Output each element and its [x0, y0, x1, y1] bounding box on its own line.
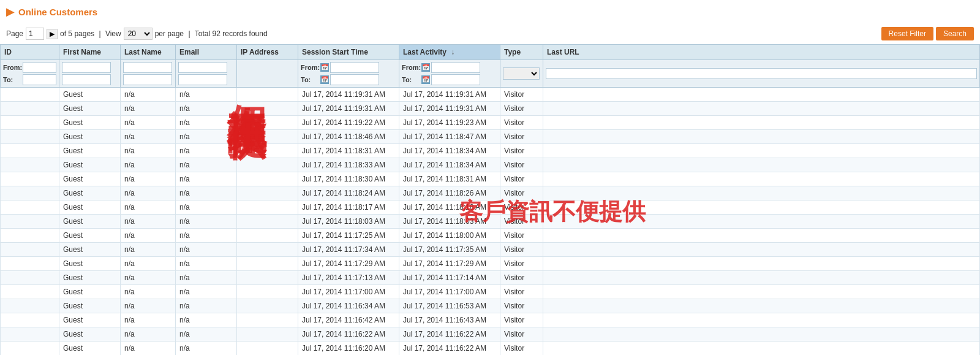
cell-email: n/a — [176, 215, 237, 229]
cell-activity: Jul 17, 2014 11:18:18 AM — [399, 200, 500, 215]
cell-type: Visitor — [500, 313, 543, 327]
reset-filter-button[interactable]: Reset Filter — [881, 27, 933, 40]
col-ip-address[interactable]: IP Address — [237, 45, 298, 60]
cell-session: Jul 17, 2014 11:17:00 AM — [298, 285, 399, 299]
column-headers: ID First Name Last Name Email IP Address… — [1, 45, 980, 60]
filter-session-to[interactable] — [330, 74, 379, 85]
to-label-id: To: — [3, 76, 21, 83]
cell-ip — [237, 229, 298, 243]
table-row: Guestn/an/aJul 17, 2014 11:16:20 AMJul 1… — [1, 342, 980, 356]
table-row: Guestn/an/aJul 17, 2014 11:18:33 AMJul 1… — [1, 158, 980, 172]
filter-last-name — [121, 60, 176, 88]
cell-session: Jul 17, 2014 11:19:31 AM — [298, 88, 399, 102]
cell-ip — [237, 257, 298, 271]
filter-first-from[interactable] — [62, 62, 111, 73]
cell-ip — [237, 88, 298, 102]
logo-icon: ▶ — [6, 5, 15, 18]
cell-first: Guest — [59, 243, 121, 257]
filter-last-from[interactable] — [123, 62, 172, 73]
cell-id — [1, 200, 59, 215]
cell-id — [1, 116, 59, 130]
toolbar: Page ▶ of 5 pages | View 20 50 100 per p… — [0, 23, 980, 44]
session-from-label: From: — [301, 64, 319, 71]
cell-ip — [237, 215, 298, 229]
cell-first: Guest — [59, 285, 121, 299]
cell-first: Guest — [59, 271, 121, 285]
cell-email: n/a — [176, 285, 237, 299]
cell-first: Guest — [59, 130, 121, 144]
activity-from-cal-icon[interactable]: 📅 — [421, 63, 430, 72]
col-email[interactable]: Email — [176, 45, 237, 60]
cell-ip — [237, 130, 298, 144]
per-page-label: per page — [155, 29, 184, 38]
activity-to-label: To: — [402, 76, 420, 83]
next-page-button[interactable]: ▶ — [47, 29, 58, 39]
cell-session: Jul 17, 2014 11:19:22 AM — [298, 116, 399, 130]
col-last-url[interactable]: Last URL — [543, 45, 980, 60]
col-type[interactable]: Type — [500, 45, 543, 60]
cell-activity: Jul 17, 2014 11:17:35 AM — [399, 243, 500, 257]
col-last-activity[interactable]: Last Activity ↓ — [399, 45, 500, 60]
table-row: Guestn/an/aJul 17, 2014 11:19:31 AMJul 1… — [1, 88, 980, 102]
filter-activity-to[interactable] — [431, 74, 480, 85]
cell-session: Jul 17, 2014 11:18:24 AM — [298, 186, 399, 200]
cell-email: n/a — [176, 200, 237, 215]
view-select[interactable]: 20 50 100 — [124, 28, 153, 40]
cell-activity: Jul 17, 2014 11:18:31 AM — [399, 172, 500, 186]
cell-last: n/a — [121, 285, 176, 299]
activity-to-cal-icon[interactable]: 📅 — [421, 75, 430, 84]
cell-email: n/a — [176, 186, 237, 200]
cell-session: Jul 17, 2014 11:18:46 AM — [298, 130, 399, 144]
cell-id — [1, 172, 59, 186]
cell-id — [1, 186, 59, 200]
table-row: Guestn/an/aJul 17, 2014 11:18:46 AMJul 1… — [1, 130, 980, 144]
cell-last: n/a — [121, 88, 176, 102]
cell-last: n/a — [121, 327, 176, 342]
filter-ip — [237, 60, 298, 88]
cell-url — [543, 257, 980, 271]
col-session-start[interactable]: Session Start Time — [298, 45, 399, 60]
filter-email-from[interactable] — [178, 62, 227, 73]
session-to-cal-icon[interactable]: 📅 — [320, 75, 329, 84]
filter-id-from[interactable] — [23, 62, 56, 73]
cell-activity: Jul 17, 2014 11:18:34 AM — [399, 158, 500, 172]
cell-url — [543, 186, 980, 200]
table-row: Guestn/an/aJul 17, 2014 11:18:17 AMJul 1… — [1, 200, 980, 215]
search-button[interactable]: Search — [936, 27, 974, 40]
filter-activity-from[interactable] — [431, 62, 480, 73]
cell-ip — [237, 299, 298, 313]
cell-url — [543, 88, 980, 102]
cell-email: n/a — [176, 229, 237, 243]
cell-activity: Jul 17, 2014 11:18:34 AM — [399, 144, 500, 158]
filter-url-input[interactable] — [546, 68, 977, 79]
cell-activity: Jul 17, 2014 11:16:22 AM — [399, 342, 500, 356]
filter-first-to[interactable] — [62, 74, 111, 85]
col-id[interactable]: ID — [1, 45, 59, 60]
filter-row: From: To: — [1, 60, 980, 88]
session-from-cal-icon[interactable]: 📅 — [320, 63, 329, 72]
cell-first: Guest — [59, 88, 121, 102]
cell-first: Guest — [59, 186, 121, 200]
table-row: Guestn/an/aJul 17, 2014 11:18:24 AMJul 1… — [1, 186, 980, 200]
cell-email: n/a — [176, 299, 237, 313]
cell-type: Visitor — [500, 327, 543, 342]
cell-id — [1, 285, 59, 299]
cell-type: Visitor — [500, 299, 543, 313]
cell-first: Guest — [59, 342, 121, 356]
filter-type-select[interactable]: Visitor Customer — [503, 67, 540, 80]
col-last-name[interactable]: Last Name — [121, 45, 176, 60]
cell-first: Guest — [59, 257, 121, 271]
filter-email-to[interactable] — [178, 74, 227, 85]
filter-id-to[interactable] — [23, 74, 56, 85]
table-row: Guestn/an/aJul 17, 2014 11:17:29 AMJul 1… — [1, 257, 980, 271]
cell-ip — [237, 172, 298, 186]
filter-last-to[interactable] — [123, 74, 172, 85]
filter-type: Visitor Customer — [500, 60, 543, 88]
filter-session-from[interactable] — [330, 62, 379, 73]
cell-type: Visitor — [500, 257, 543, 271]
col-first-name[interactable]: First Name — [59, 45, 121, 60]
page-input[interactable] — [26, 28, 44, 40]
of-pages: of 5 pages — [60, 29, 94, 38]
cell-type: Visitor — [500, 243, 543, 257]
cell-activity: Jul 17, 2014 11:16:22 AM — [399, 327, 500, 342]
